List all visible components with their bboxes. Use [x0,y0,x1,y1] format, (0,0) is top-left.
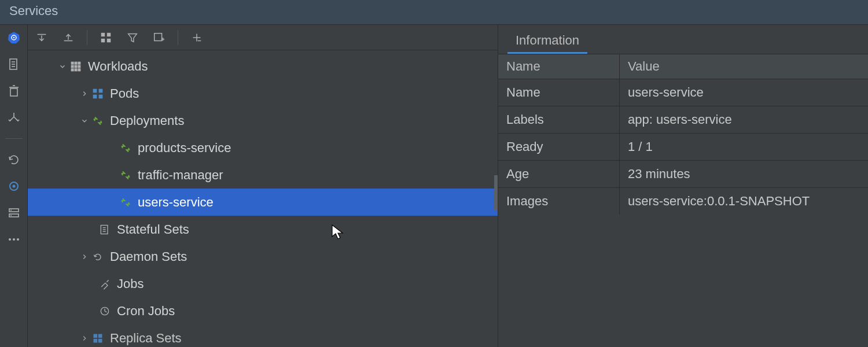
svg-point-17 [13,238,15,241]
kubernetes-icon[interactable] [6,29,22,46]
tree-label: Jobs [117,276,144,291]
table-row[interactable]: Age 23 minutes [498,160,868,187]
chevron-right-icon [79,90,90,98]
svg-rect-34 [75,61,78,64]
cell-value: users-service:0.0.1-SNAPSHOT [620,188,868,215]
replica-sets-icon [90,333,105,344]
svg-rect-7 [10,88,17,96]
resource-tree: Workloads Pods Deployments [28,50,498,347]
cell-name: Name [498,79,620,106]
table-row[interactable]: Labels app: users-service [498,106,868,133]
svg-rect-38 [78,65,80,68]
split-icon[interactable] [6,109,22,125]
group-by-icon[interactable] [98,29,114,46]
tree-node-daemon-sets[interactable]: Daemon Sets [28,243,498,270]
tree-node-replica-sets[interactable]: Replica Sets [28,324,498,347]
tree-node-pods[interactable]: Pods [28,80,498,107]
add-icon[interactable] [189,29,205,46]
svg-rect-53 [94,334,98,338]
tree-node-deployment-traffic[interactable]: traffic-manager [28,161,498,189]
cell-value: users-service [620,79,868,106]
info-tabs: Information [498,25,868,54]
table-row[interactable]: Name users-service [498,79,868,106]
svg-rect-35 [78,61,80,64]
svg-point-15 [10,215,12,216]
more-icon[interactable] [6,231,22,248]
tree-node-deployments[interactable]: Deployments [28,107,498,134]
filter-icon[interactable] [124,29,141,46]
tree-label: Cron Jobs [117,304,175,319]
target-icon[interactable] [6,178,22,194]
server-icon[interactable] [6,205,22,221]
svg-rect-36 [71,65,74,68]
tree-label: Deployments [110,113,184,128]
tab-information[interactable]: Information [512,33,583,54]
cell-name: Images [498,188,620,215]
svg-rect-54 [98,334,102,338]
deployment-icon [118,169,133,181]
svg-rect-24 [107,32,111,36]
cell-value: 1 / 1 [620,134,868,160]
svg-rect-56 [98,338,102,342]
svg-rect-40 [75,68,78,71]
svg-point-11 [12,185,15,188]
svg-rect-23 [101,32,105,36]
trash-icon[interactable] [6,83,22,99]
chevron-down-icon [79,117,90,125]
expand-all-icon[interactable] [34,29,50,46]
cron-jobs-icon [97,305,112,317]
svg-line-52 [105,311,106,312]
col-header-value: Value [620,54,868,79]
cell-name: Labels [498,106,620,133]
tree-label: Replica Sets [110,331,182,346]
svg-rect-45 [99,94,103,98]
workloads-icon [68,61,83,72]
svg-rect-27 [155,33,162,40]
svg-point-14 [10,210,12,211]
col-header-name: Name [498,54,620,79]
svg-rect-44 [93,94,97,98]
chevron-down-icon [57,62,68,71]
svg-rect-33 [71,61,74,64]
scrollbar-thumb[interactable] [494,175,498,210]
chevron-right-icon [79,334,90,342]
deployment-icon [118,197,133,208]
svg-rect-25 [101,38,105,42]
tree-node-stateful-sets[interactable]: Stateful Sets [28,216,498,243]
tree-label: Workloads [88,59,148,74]
svg-rect-39 [71,68,74,71]
tree-node-cron-jobs[interactable]: Cron Jobs [28,297,498,324]
collapse-all-icon[interactable] [60,29,76,46]
tree-node-deployment-products[interactable]: products-service [28,134,498,161]
info-table: Name Value Name users-service Labels app… [498,54,868,215]
jobs-icon [97,278,112,290]
cell-name: Age [498,161,620,187]
info-table-header: Name Value [498,54,868,79]
add-config-icon[interactable] [151,29,167,46]
table-row[interactable]: Ready 1 / 1 [498,133,868,160]
tree-label: Pods [110,86,139,101]
svg-rect-42 [93,88,97,93]
document-icon[interactable] [6,56,22,72]
refresh-icon[interactable] [6,152,22,168]
tree-node-deployment-users[interactable]: users-service [28,189,498,216]
tree-node-workloads[interactable]: Workloads [28,53,498,80]
svg-point-18 [17,238,19,241]
svg-rect-41 [78,68,80,71]
tree-label: traffic-manager [138,168,223,183]
tree-label: Stateful Sets [117,222,189,237]
pods-icon [90,88,105,99]
svg-point-2 [13,37,14,38]
tree-panel: Workloads Pods Deployments [28,25,498,347]
cell-value: 23 minutes [620,161,868,187]
tree-label: products-service [138,141,231,156]
tree-label: users-service [138,195,214,210]
table-row[interactable]: Images users-service:0.0.1-SNAPSHOT [498,187,868,215]
cell-name: Ready [498,134,620,160]
stateful-sets-icon [97,224,112,235]
info-panel: Information Name Value Name users-servic… [498,25,868,347]
deployment-icon [90,115,105,127]
svg-rect-26 [107,38,111,42]
svg-rect-55 [94,338,98,342]
tree-node-jobs[interactable]: Jobs [28,270,498,297]
